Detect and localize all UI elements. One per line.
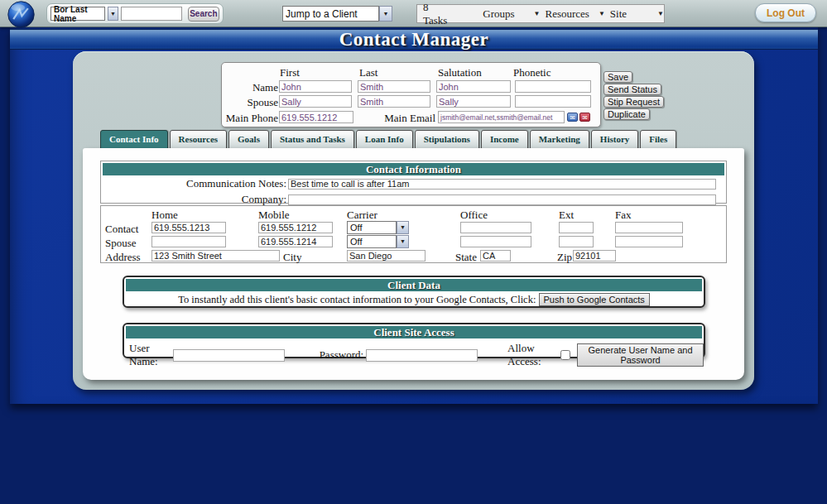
- spouse-carrier-select-group: Off ▼: [347, 235, 409, 248]
- communication-notes-label: Communication Notes:: [101, 177, 288, 190]
- client-data-section: Client Data To instantly add this client…: [123, 276, 705, 308]
- main-phone-label: Main Phone: [215, 112, 278, 125]
- push-to-google-contacts-button[interactable]: Push to Google Contacts: [539, 293, 650, 306]
- search-button[interactable]: Search: [188, 7, 219, 22]
- title-bar: Contact Manager: [10, 29, 818, 50]
- contact-carrier-select[interactable]: Off: [347, 221, 397, 234]
- spouse-ext-input[interactable]: [559, 236, 594, 247]
- tab-income[interactable]: Income: [481, 130, 528, 149]
- chevron-down-icon: ▼: [110, 11, 116, 17]
- spouse-salutation-input[interactable]: [436, 95, 511, 108]
- name-last-input[interactable]: [358, 80, 430, 93]
- password-input[interactable]: [366, 349, 478, 362]
- name-first-input[interactable]: [279, 80, 352, 93]
- save-button[interactable]: Save: [603, 71, 632, 83]
- tab-history[interactable]: History: [591, 130, 638, 149]
- zip-input[interactable]: [573, 250, 616, 262]
- spouse-first-input[interactable]: [279, 95, 352, 108]
- allow-access-label: Allow Access:: [507, 342, 557, 368]
- jump-to-client-dropdown-button[interactable]: ▼: [379, 6, 392, 22]
- top-menu: 8 Tasks Groups ▼ Resources ▼ Site ▼: [416, 4, 665, 23]
- city-input[interactable]: [347, 250, 426, 262]
- col-office: Office: [460, 209, 488, 222]
- col-carrier: Carrier: [347, 209, 377, 222]
- main-email-input[interactable]: [438, 111, 565, 123]
- search-category-dropdown-button[interactable]: ▼: [108, 7, 118, 21]
- app-logo-icon[interactable]: [6, 0, 36, 30]
- chevron-down-icon[interactable]: ▼: [657, 10, 664, 17]
- chevron-down-icon: ▼: [383, 11, 389, 17]
- page-title: Contact Manager: [339, 29, 489, 50]
- tab-files[interactable]: Files: [640, 130, 676, 149]
- contact-office-input[interactable]: [460, 222, 531, 233]
- jump-to-client-select[interactable]: Jump to a Client: [282, 6, 379, 22]
- duplicate-button[interactable]: Duplicate: [603, 108, 650, 120]
- name-phonetic-input[interactable]: [515, 80, 591, 93]
- communication-notes-input[interactable]: [288, 179, 716, 190]
- name-salutation-input[interactable]: [436, 80, 511, 93]
- send-status-button[interactable]: Send Status: [603, 84, 661, 95]
- main-phone-input[interactable]: [279, 111, 353, 123]
- contact-ext-input[interactable]: [559, 222, 594, 233]
- chevron-down-icon[interactable]: ▼: [599, 10, 605, 17]
- top-bar: Bor Last Name ▼ Search Jump to a Client …: [0, 0, 827, 27]
- generate-username-password-button[interactable]: Generate User Name and Password: [577, 343, 704, 367]
- client-site-access-section: Client Site Access User Name: Password: …: [123, 323, 705, 358]
- state-input[interactable]: [480, 250, 511, 262]
- contact-fax-input[interactable]: [615, 222, 683, 233]
- contact-row-label: Contact: [105, 223, 138, 236]
- spouse-carrier-dropdown-button[interactable]: ▼: [397, 235, 409, 248]
- contact-mobile-input[interactable]: [258, 222, 333, 233]
- tab-bar: Contact Info Resources Goals Status and …: [100, 130, 676, 149]
- col-first: First: [280, 66, 300, 79]
- company-input[interactable]: [288, 194, 716, 205]
- col-last: Last: [359, 66, 377, 79]
- stip-request-button[interactable]: Stip Request: [603, 96, 664, 108]
- tab-stipulations[interactable]: Stipulations: [415, 130, 479, 149]
- tab-marketing[interactable]: Marketing: [530, 130, 589, 149]
- chevron-down-icon[interactable]: ▼: [534, 10, 541, 17]
- spouse-phonetic-input[interactable]: [515, 95, 591, 108]
- spouse-row-label: Spouse: [224, 96, 278, 109]
- page-wrapper: Contact Manager First Last Salutation Ph…: [10, 27, 818, 404]
- col-salutation: Salutation: [438, 66, 482, 79]
- name-row-label: Name: [224, 81, 278, 94]
- spouse-fax-input[interactable]: [615, 236, 683, 247]
- logout-button[interactable]: Log Out: [755, 3, 816, 22]
- contact-carrier-dropdown-button[interactable]: ▼: [397, 221, 409, 234]
- tab-loan-info[interactable]: Loan Info: [356, 130, 413, 149]
- menu-tasks[interactable]: 8 Tasks: [423, 1, 452, 27]
- state-label: State: [455, 251, 477, 264]
- email-alert-icon[interactable]: ✉: [579, 113, 590, 122]
- menu-groups[interactable]: Groups: [483, 7, 514, 21]
- search-input[interactable]: [121, 7, 182, 21]
- col-mobile: Mobile: [258, 209, 290, 222]
- client-site-access-header: Client Site Access: [126, 326, 702, 338]
- tab-status-and-tasks[interactable]: Status and Tasks: [271, 130, 354, 149]
- spouse-office-input[interactable]: [460, 236, 531, 247]
- send-email-icon[interactable]: ✉: [567, 113, 578, 122]
- chevron-down-icon: ▼: [400, 238, 406, 245]
- spouse-last-input[interactable]: [358, 95, 430, 108]
- main-email-label: Main Email: [346, 112, 435, 125]
- tab-contact-info[interactable]: Contact Info: [100, 130, 168, 149]
- username-label: User Name:: [129, 342, 171, 368]
- client-data-header: Client Data: [126, 279, 702, 291]
- username-input[interactable]: [173, 349, 285, 362]
- spouse-carrier-select[interactable]: Off: [347, 235, 397, 248]
- contact-information-section: Contact Information Communication Notes:…: [100, 161, 727, 204]
- menu-site[interactable]: Site: [610, 7, 627, 21]
- client-data-text: To instantly add this client's basic con…: [178, 294, 536, 305]
- allow-access-checkbox[interactable]: [560, 350, 570, 360]
- spouse-home-input[interactable]: [151, 236, 226, 247]
- tab-goals[interactable]: Goals: [228, 130, 269, 149]
- col-ext: Ext: [559, 209, 574, 222]
- menu-resources[interactable]: Resources: [545, 7, 589, 21]
- password-label: Password:: [320, 348, 363, 362]
- contact-home-input[interactable]: [151, 222, 226, 233]
- search-category-select[interactable]: Bor Last Name: [50, 7, 105, 21]
- spouse-mobile-input[interactable]: [258, 236, 333, 247]
- jump-to-client-group: Jump to a Client ▼: [282, 6, 392, 22]
- address-street-input[interactable]: [151, 250, 280, 262]
- tab-resources[interactable]: Resources: [170, 130, 227, 149]
